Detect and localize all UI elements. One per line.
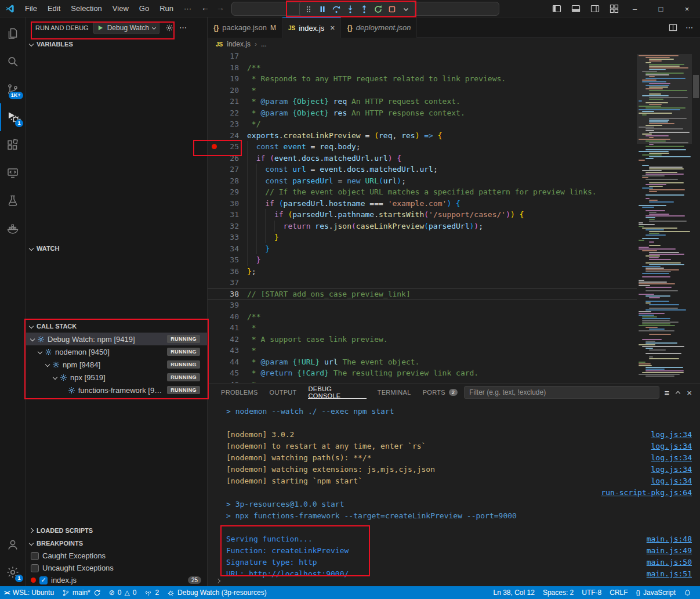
code-line[interactable]: 31if (parsedUrl.pathname.startsWith('/su…	[208, 209, 637, 221]
code-text[interactable]: * A support case link preview.	[239, 334, 637, 345]
gutter-glyph-margin[interactable]	[208, 254, 220, 266]
line-number[interactable]: 39	[220, 300, 239, 311]
editor-scrollbar-thumb[interactable]	[693, 75, 699, 98]
console-prompt-chevron[interactable]	[216, 576, 220, 584]
line-number[interactable]: 41	[220, 322, 239, 334]
debug-stop-icon[interactable]	[386, 3, 398, 16]
breakpoint-item[interactable]: Uncaught Exceptions	[26, 562, 207, 574]
code-line[interactable]: 30if (parsedUrl.hostname === 'example.co…	[208, 198, 637, 210]
debug-config-dropdown[interactable]: Debug Watch	[93, 21, 159, 34]
line-number[interactable]: 34	[220, 243, 239, 255]
code-line[interactable]: 23 */	[208, 118, 637, 130]
breadcrumb[interactable]: JS index.js › ...	[208, 38, 700, 50]
code-line[interactable]: 32return res.json(caseLinkPreview(parsed…	[208, 221, 637, 232]
code-text[interactable]: const parsedUrl = new URL(url);	[239, 175, 637, 187]
code-text[interactable]: /**	[239, 311, 637, 323]
code-text[interactable]: if (parsedUrl.pathname.startsWith('/supp…	[239, 209, 637, 221]
call-stack-item[interactable]: nodemon [9450]RUNNING	[26, 345, 207, 358]
code-line[interactable]: 17	[208, 50, 637, 62]
menu-go[interactable]: Go	[134, 4, 154, 13]
code-text[interactable]: // If the event object URL matches a spe…	[239, 186, 637, 198]
activity-settings[interactable]: 1	[0, 558, 26, 586]
line-number[interactable]: 43	[220, 345, 239, 356]
line-number[interactable]: 35	[220, 254, 239, 266]
filter-lines-icon[interactable]: ≡	[664, 388, 669, 398]
gutter-glyph-margin[interactable]	[208, 198, 220, 210]
code-line[interactable]: 42 * A support case link preview.	[208, 334, 637, 345]
debug-restart-icon[interactable]	[372, 3, 385, 16]
status-debug-session[interactable]: Debug Watch (3p-resources)	[163, 586, 271, 599]
code-line[interactable]: 20 *	[208, 85, 637, 96]
line-number[interactable]: 25	[220, 141, 239, 153]
call-stack-item[interactable]: Debug Watch: npm [9419]RUNNING	[26, 333, 207, 345]
gutter-glyph-margin[interactable]	[208, 379, 220, 384]
status-git-branch[interactable]: main*	[58, 586, 105, 599]
source-link[interactable]: main.js:51	[647, 568, 692, 580]
split-editor-icon[interactable]	[669, 23, 677, 32]
source-link[interactable]: log.js:34	[651, 441, 692, 452]
code-line[interactable]: 33}	[208, 232, 637, 243]
code-line[interactable]: 28const parsedUrl = new URL(url);	[208, 175, 637, 187]
line-number[interactable]: 42	[220, 334, 239, 345]
code-line[interactable]: 35}	[208, 254, 637, 266]
code-area[interactable]: 1718/**19 * Responds to any HTTP request…	[208, 50, 637, 383]
line-number[interactable]: 38	[220, 289, 239, 300]
debug-step-into-icon[interactable]	[344, 3, 357, 16]
minimap[interactable]	[637, 50, 692, 383]
line-number[interactable]: 28	[220, 175, 239, 187]
code-text[interactable]: *	[239, 322, 637, 334]
code-text[interactable]: * @param {!URL} url The event object.	[239, 356, 637, 368]
debug-step-over-icon[interactable]	[330, 3, 343, 16]
gutter-glyph-margin[interactable]	[208, 96, 220, 107]
line-number[interactable]: 20	[220, 85, 239, 96]
gutter-glyph-margin[interactable]	[208, 334, 220, 345]
section-call-stack[interactable]: CALL STACK	[26, 320, 207, 333]
code-text[interactable]: if (event.docs.matchedUrl.url) {	[239, 153, 637, 164]
code-line[interactable]: 21 * @param {Object} req An HTTP request…	[208, 96, 637, 107]
code-text[interactable]	[239, 277, 637, 288]
gutter-glyph-margin[interactable]	[208, 153, 220, 164]
activity-docker[interactable]	[0, 215, 26, 243]
source-link[interactable]: log.js:34	[651, 452, 692, 464]
close-button[interactable]: ×	[674, 0, 700, 17]
code-line[interactable]: 37	[208, 277, 637, 288]
code-text[interactable]: const url = event.docs.matchedUrl.url;	[239, 164, 637, 175]
source-link[interactable]: log.js:34	[651, 464, 692, 475]
activity-accounts[interactable]	[0, 531, 26, 558]
gutter-glyph-margin[interactable]	[208, 345, 220, 356]
code-line[interactable]: 43 *	[208, 345, 637, 356]
console-filter-input[interactable]	[464, 386, 659, 399]
menu-more[interactable]: ···	[179, 4, 197, 13]
activity-run-and-debug[interactable]: 1	[0, 103, 26, 131]
code-text[interactable]: *	[239, 345, 637, 356]
status-language-mode[interactable]: {}JavaScript	[632, 586, 680, 599]
line-number[interactable]: 27	[220, 164, 239, 175]
line-number[interactable]: 46	[220, 379, 239, 384]
code-line[interactable]: 27const url = event.docs.matchedUrl.url;	[208, 164, 637, 175]
line-number[interactable]: 37	[220, 277, 239, 288]
gutter-glyph-margin[interactable]	[208, 50, 220, 62]
section-watch[interactable]: WATCH	[26, 242, 207, 255]
code-text[interactable]: exports.createLinkPreview = (req, res) =…	[239, 130, 637, 142]
code-text[interactable]: }	[239, 254, 637, 266]
code-text[interactable]: if (parsedUrl.hostname === 'example.com'…	[239, 198, 637, 210]
code-line[interactable]: 18/**	[208, 62, 637, 74]
gutter-glyph-margin[interactable]	[208, 300, 220, 311]
menu-run[interactable]: Run	[154, 4, 179, 13]
code-line[interactable]: 40/**	[208, 311, 637, 323]
maximize-button[interactable]: □	[648, 0, 674, 17]
code-text[interactable]: }	[239, 232, 637, 243]
layout-sidebar-right-icon[interactable]	[590, 4, 600, 13]
source-link[interactable]: main.js:48	[647, 533, 692, 545]
gutter-glyph-margin[interactable]	[208, 118, 220, 130]
source-link[interactable]: log.js:34	[651, 475, 692, 487]
code-text[interactable]: return res.json(caseLinkPreview(parsedUr…	[239, 221, 637, 232]
menu-edit[interactable]: Edit	[42, 4, 66, 13]
editor-more-actions-icon[interactable]: ⋯	[686, 23, 693, 32]
code-text[interactable]: * @param {Object} req An HTTP request co…	[239, 96, 637, 107]
gutter-glyph-margin[interactable]	[208, 209, 220, 221]
editor-scrollbar[interactable]	[692, 50, 700, 383]
panel-close-icon[interactable]: ×	[687, 388, 692, 398]
panel-tab-debug-console[interactable]: DEBUG CONSOLE	[303, 384, 371, 401]
line-number[interactable]: 36	[220, 266, 239, 277]
